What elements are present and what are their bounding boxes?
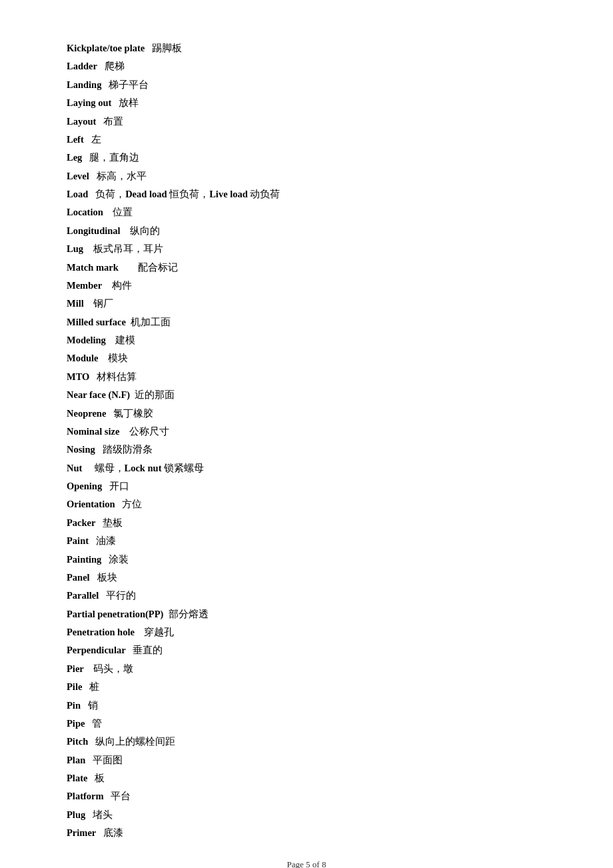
term-en: Paint — [67, 535, 89, 546]
list-item: Neoprene 氯丁橡胶 — [67, 405, 546, 422]
term-en: Kickplate/toe plate — [67, 43, 145, 53]
term-en: Laying out — [67, 97, 111, 108]
list-item: Panel 板块 — [67, 569, 546, 586]
list-item: Member 构件 — [67, 277, 546, 294]
term-en: Opening — [67, 481, 102, 491]
list-item: Module 模块 — [67, 350, 546, 367]
list-item: Parallel 平行的 — [67, 587, 546, 604]
list-item: Pipe 管 — [67, 715, 546, 732]
term-zh: 开口 — [109, 481, 129, 491]
term-en: Pin — [67, 700, 81, 711]
list-item: Landing 梯子平台 — [67, 77, 546, 93]
term-zh: 桩 — [89, 681, 99, 692]
term-en: Neoprene — [67, 408, 106, 419]
term-en: Landing — [67, 79, 101, 90]
term-en: Packer — [67, 517, 95, 528]
list-item: Primer 底漆 — [67, 825, 546, 841]
term-zh: 左 — [91, 134, 101, 145]
term-zh: 板块 — [97, 572, 117, 583]
term-en: Pipe — [67, 718, 85, 729]
term-en: Painting — [67, 554, 101, 565]
term-zh: 踢脚板 — [152, 43, 182, 53]
list-item: Milled surface 机加工面 — [67, 314, 546, 331]
term-zh: 平行的 — [106, 590, 136, 601]
term-zh: 堵头 — [93, 809, 113, 820]
list-item: Plug 堵头 — [67, 807, 546, 823]
list-item: Painting 涂装 — [67, 551, 546, 568]
term-zh: 管 — [92, 718, 102, 729]
list-item: Modeling 建模 — [67, 332, 546, 349]
list-item: Plan 平面图 — [67, 752, 546, 769]
term-zh: 板 — [95, 773, 105, 783]
list-item: Laying out 放样 — [67, 95, 546, 111]
term-en: Left — [67, 134, 84, 145]
list-item: Packer 垫板 — [67, 515, 546, 531]
term-en: Plan — [67, 755, 85, 765]
list-item: Pin 销 — [67, 697, 546, 714]
list-item: MTO 材料估算 — [67, 369, 546, 385]
term-en: Plate — [67, 773, 87, 783]
term-en: Primer — [67, 827, 96, 838]
list-item: Layout 布置 — [67, 113, 546, 130]
list-item: Platform 平台 — [67, 788, 546, 805]
term-zh: 底漆 — [103, 827, 123, 838]
list-item: Lug 板式吊耳，耳片 — [67, 241, 546, 257]
term-en: Leg — [67, 152, 82, 163]
list-item: Orientation 方位 — [67, 496, 546, 513]
list-item: Match mark 配合标记 — [67, 259, 546, 276]
term-zh: 氯丁橡胶 — [113, 408, 153, 419]
list-item: Load 负荷，Dead load 恒负荷，Live load 动负荷 — [67, 186, 546, 203]
list-item: Mill 钢厂 — [67, 295, 546, 312]
page-footer: Page 5 of 8 — [0, 859, 613, 869]
list-item: Level 标高，水平 — [67, 168, 546, 185]
term-en: Pile — [67, 681, 82, 692]
list-item: Pile 桩 — [67, 679, 546, 695]
term-zh: 踏级防滑条 — [103, 444, 153, 455]
term-zh: 平台 — [111, 791, 131, 801]
page-content: Kickplate/toe plate 踢脚板Ladder 爬梯Landing … — [0, 0, 613, 868]
term-en: Ladder — [67, 61, 97, 71]
term-zh: 方位 — [122, 499, 142, 509]
term-en: Panel — [67, 572, 90, 583]
term-zh: 平面图 — [93, 755, 123, 765]
list-item: Nosing 踏级防滑条 — [67, 441, 546, 458]
list-item: Nut 螺母，Lock nut 锁紧螺母 — [67, 460, 546, 477]
list-item: Perpendicular 垂直的 — [67, 642, 546, 659]
term-zh: 垫板 — [103, 517, 123, 528]
term-en: Parallel — [67, 590, 99, 601]
terms-list: Kickplate/toe plate 踢脚板Ladder 爬梯Landing … — [67, 40, 546, 842]
term-zh: 销 — [88, 700, 98, 711]
list-item: Nominal size 公称尺寸 — [67, 423, 546, 440]
list-item: Longitudinal 纵向的 — [67, 223, 546, 239]
list-item: Leg 腿，直角边 — [67, 149, 546, 166]
list-item: Pitch 纵向上的螺栓间距 — [67, 733, 546, 750]
term-zh: 油漆 — [96, 535, 116, 546]
term-en: Platform — [67, 791, 104, 801]
term-zh: 纵向上的螺栓间距 — [95, 736, 175, 747]
list-item: Penetration hole 穿越孔 — [67, 624, 546, 641]
term-en: Orientation — [67, 499, 115, 509]
list-item: Location 位置 — [67, 204, 546, 221]
list-item: Opening 开口 — [67, 478, 546, 495]
list-item: Left 左 — [67, 131, 546, 148]
term-zh: 布置 — [103, 116, 123, 127]
term-zh: 爬梯 — [105, 61, 125, 71]
term-zh: 放样 — [119, 97, 139, 108]
list-item: Partial penetration(PP) 部分熔透 — [67, 606, 546, 623]
term-zh: 涂装 — [109, 554, 129, 565]
term-en: Plug — [67, 809, 85, 820]
term-en: Level — [67, 171, 89, 181]
page-number: Page 5 of 8 — [287, 859, 326, 869]
list-item: Pier 码头，墩 — [67, 661, 546, 677]
list-item: Paint 油漆 — [67, 533, 546, 549]
term-en: Nosing — [67, 444, 95, 455]
list-item: Plate 板 — [67, 770, 546, 787]
list-item: Kickplate/toe plate 踢脚板 — [67, 40, 546, 57]
term-en: Layout — [67, 116, 96, 127]
term-zh: 梯子平台 — [109, 79, 149, 90]
term-zh: 标高，水平 — [97, 171, 147, 181]
list-item: Near face (N.F) 近的那面 — [67, 387, 546, 403]
term-en: Pitch — [67, 736, 88, 747]
term-zh: 腿，直角边 — [89, 152, 139, 163]
list-item: Ladder 爬梯 — [67, 58, 546, 75]
